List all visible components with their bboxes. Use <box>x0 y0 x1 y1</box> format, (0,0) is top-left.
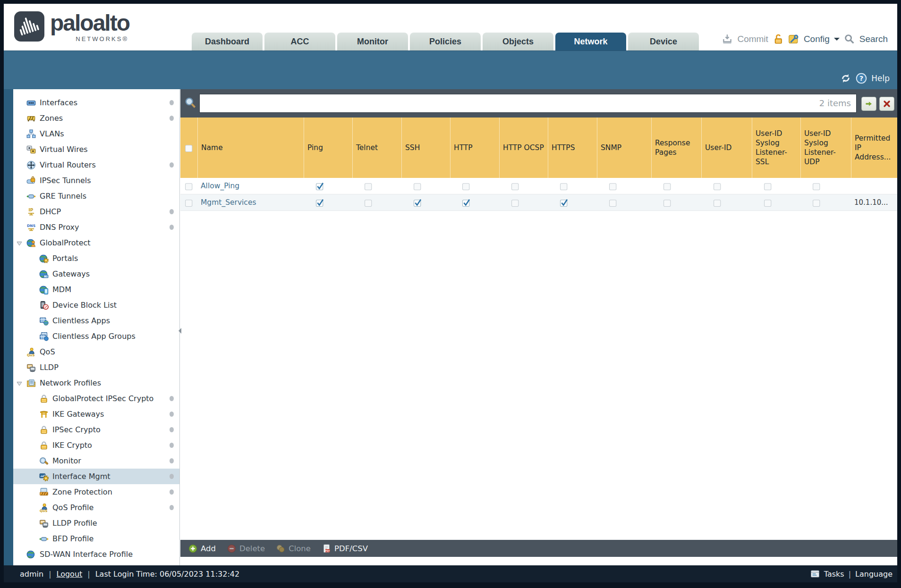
row-name-link[interactable]: Allow_Ping <box>201 182 239 190</box>
snmp-checkbox[interactable] <box>597 178 652 194</box>
row-checkbox[interactable] <box>180 178 198 194</box>
column-header-permitted-ip-address[interactable]: Permitted IP Address... <box>851 118 897 178</box>
sidebar-item-monitor[interactable]: Monitor <box>13 453 179 469</box>
column-header-snmp[interactable]: SNMP <box>597 118 652 178</box>
tab-device[interactable]: Device <box>628 33 699 50</box>
sidebar-item-gateways[interactable]: Gateways <box>13 266 179 282</box>
sidebar-item-clientless-app-groups[interactable]: Clientless App Groups <box>13 328 179 344</box>
sidebar-item-gre-tunnels[interactable]: GRE Tunnels <box>13 188 179 204</box>
sidebar-item-mdm[interactable]: MDM <box>13 282 179 297</box>
tab-dashboard[interactable]: Dashboard <box>192 33 263 50</box>
snmp-checkbox[interactable] <box>597 194 652 210</box>
tab-acc[interactable]: ACC <box>264 33 335 50</box>
sidebar-item-interface-mgmt[interactable]: Interface Mgmt <box>13 469 179 484</box>
telnet-checkbox[interactable] <box>353 178 402 194</box>
column-header-user-id-syslog-listener-ssl[interactable]: User-ID Syslog Listener-SSL <box>752 118 801 178</box>
sidebar-item-device-block-list[interactable]: Device Block List <box>13 297 179 313</box>
telnet-checkbox[interactable] <box>353 194 402 210</box>
sidebar-item-lldp[interactable]: LLDP <box>13 360 179 375</box>
sidebar-item-zone-protection[interactable]: Zone Protection <box>13 484 179 500</box>
sidebar-item-sd-wan-interface-profile[interactable]: SD-WAN Interface Profile <box>13 546 179 562</box>
tab-policies[interactable]: Policies <box>410 33 481 50</box>
https-checkbox[interactable] <box>548 178 597 194</box>
sidebar-item-dhcp[interactable]: IPDHCP <box>13 204 179 219</box>
sidebar-item-qos[interactable]: QoSQoS <box>13 344 179 360</box>
language-button[interactable]: Language <box>855 570 892 579</box>
tab-objects[interactable]: Objects <box>483 33 553 50</box>
row-checkbox[interactable] <box>180 194 198 210</box>
column-header-https[interactable]: HTTPS <box>548 118 597 178</box>
http-ocsp-checkbox[interactable] <box>500 194 548 210</box>
column-header-http-ocsp[interactable]: HTTP OCSP <box>500 118 548 178</box>
tree-expand-icon[interactable] <box>16 380 26 386</box>
column-header-response-pages[interactable]: Response Pages <box>652 118 702 178</box>
row-name-link[interactable]: Mgmt_Services <box>201 198 256 207</box>
sidebar-item-lldp-profile[interactable]: LLDP Profile <box>13 515 179 531</box>
column-header-user-id[interactable]: User-ID <box>702 118 752 178</box>
chevron-down-icon[interactable] <box>834 38 840 43</box>
http-checkbox[interactable] <box>450 194 500 210</box>
tab-network[interactable]: Network <box>555 33 626 50</box>
sidebar-item-ipsec-crypto[interactable]: IPSec Crypto <box>13 422 179 437</box>
sidebar-item-ike-crypto[interactable]: IKE Crypto <box>13 437 179 453</box>
column-header-name[interactable]: Name <box>198 118 304 178</box>
ssh-checkbox[interactable] <box>402 178 450 194</box>
ssh-checkbox[interactable] <box>402 194 450 210</box>
tree-expand-icon[interactable] <box>16 240 26 246</box>
column-header-ssh[interactable]: SSH <box>402 118 450 178</box>
column-header-ping[interactable]: Ping <box>304 118 353 178</box>
logout-link[interactable]: Logout <box>57 570 83 579</box>
sidebar-item-bfd-profile[interactable]: BFD Profile <box>13 531 179 546</box>
sidebar-item-vlans[interactable]: VLANs <box>13 126 179 142</box>
tasks-button[interactable]: Tasks <box>824 570 844 579</box>
commit-button[interactable]: Commit <box>737 34 768 44</box>
sidebar-item-globalprotect[interactable]: GlobalProtect <box>13 235 179 251</box>
user-id-checkbox[interactable] <box>702 178 752 194</box>
column-header-telnet[interactable]: Telnet <box>353 118 402 178</box>
ping-checkbox[interactable] <box>304 194 353 210</box>
sidebar-item-network-profiles[interactable]: Network Profiles <box>13 375 179 391</box>
user-id-syslog-listener-ssl-checkbox[interactable] <box>752 194 801 210</box>
tab-monitor[interactable]: Monitor <box>337 33 408 50</box>
http-ocsp-checkbox[interactable] <box>500 178 548 194</box>
refresh-icon[interactable] <box>840 73 851 84</box>
clear-filter-button[interactable] <box>879 97 894 111</box>
sidebar-item-virtual-routers[interactable]: Virtual Routers <box>13 157 179 173</box>
sidebar-item-globalprotect-ipsec-crypto[interactable]: GlobalProtect IPSec Crypto <box>13 391 179 406</box>
ping-checkbox[interactable] <box>304 178 353 194</box>
lock-unlocked-icon[interactable] <box>773 34 784 45</box>
sidebar-item-ipsec-tunnels[interactable]: IPSec Tunnels <box>13 173 179 188</box>
http-checkbox[interactable] <box>450 178 500 194</box>
help-label[interactable]: Help <box>871 74 890 83</box>
sidebar-item-clientless-apps[interactable]: Clientless Apps <box>13 313 179 328</box>
config-button[interactable]: Config <box>804 34 830 44</box>
sidebar-item-interfaces[interactable]: Interfaces <box>13 95 179 110</box>
add-button[interactable]: Add <box>185 544 219 553</box>
column-header-http[interactable]: HTTP <box>450 118 500 178</box>
search-button[interactable]: Search <box>859 34 888 44</box>
user-id-syslog-listener-ssl-checkbox[interactable] <box>752 178 801 194</box>
sidebar-item-label: SD-WAN Interface Profile <box>40 550 133 559</box>
sidebar-item-virtual-wires[interactable]: Virtual Wires <box>13 142 179 157</box>
sidebar-item-qos-profile[interactable]: QoSQoS Profile <box>13 500 179 515</box>
vlans-icon <box>26 129 36 139</box>
sidebar-item-zones[interactable]: Zones <box>13 110 179 126</box>
sidebar-item-portals[interactable]: Portals <box>13 251 179 266</box>
column-header-user-id-syslog-listener-udp[interactable]: User-ID Syslog Listener-UDP <box>801 118 851 178</box>
user-id-syslog-listener-udp-checkbox[interactable] <box>801 178 851 194</box>
user-id-syslog-listener-udp-checkbox[interactable] <box>801 194 851 210</box>
filter-input[interactable] <box>199 94 857 113</box>
user-id-checkbox[interactable] <box>702 194 752 210</box>
apply-filter-button[interactable] <box>861 97 876 111</box>
response-pages-checkbox[interactable] <box>652 194 702 210</box>
sidebar-item-dns-proxy[interactable]: DNSDNS Proxy <box>13 219 179 235</box>
response-pages-checkbox[interactable] <box>652 178 702 194</box>
pdf-csv-button[interactable]: PDFPDF/CSV <box>319 544 371 553</box>
https-checkbox[interactable] <box>548 194 597 210</box>
delete-button: Delete <box>224 544 268 553</box>
workspace: InterfacesZonesVLANsVirtual WiresVirtual… <box>4 89 897 565</box>
sidebar-item-ike-gateways[interactable]: IKE Gateways <box>13 406 179 422</box>
sub-header-band: ? Help <box>4 50 897 90</box>
select-all-checkbox[interactable] <box>180 118 198 178</box>
help-icon[interactable]: ? <box>856 73 867 84</box>
